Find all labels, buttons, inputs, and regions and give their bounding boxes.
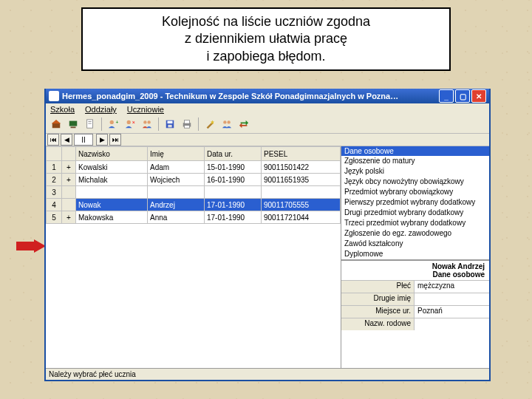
table-row[interactable]: 3 bbox=[47, 186, 341, 199]
nav-next-icon[interactable]: ▶ bbox=[96, 134, 108, 146]
category-item[interactable]: Język obcy nowożytny obowiązkowy bbox=[341, 177, 489, 187]
category-item[interactable]: Pierwszy przedmiot wybrany dodatkowy bbox=[341, 197, 489, 208]
category-item[interactable]: Zawód kształcony bbox=[341, 239, 489, 249]
category-item[interactable]: Zgłoszenie do matury bbox=[341, 156, 489, 166]
cell-pesel bbox=[262, 186, 341, 199]
nav-prev-icon[interactable]: ◀ bbox=[61, 134, 72, 146]
cell-pesel: 90011501422 bbox=[262, 161, 341, 174]
cell-imie: Wojciech bbox=[148, 174, 205, 186]
minimize-button[interactable]: _ bbox=[439, 89, 454, 103]
students-grid[interactable]: Nazwisko Imię Data ur. PESEL 1+KowalskiA… bbox=[46, 146, 341, 224]
cell-imie bbox=[148, 186, 205, 199]
callout-arrow-icon bbox=[16, 239, 46, 253]
category-header[interactable]: Dane osobowe bbox=[341, 146, 489, 156]
field-label: Płeć bbox=[341, 281, 415, 293]
tb-user-exchange-icon[interactable] bbox=[140, 117, 154, 132]
cell-pesel: 90011705555 bbox=[262, 199, 341, 211]
status-bar: Należy wybrać płeć ucznia bbox=[46, 368, 489, 380]
col-data[interactable]: Data ur. bbox=[205, 147, 262, 161]
menu-item-uczniowie[interactable]: Uczniowie bbox=[127, 105, 164, 114]
svg-rect-3 bbox=[69, 121, 78, 126]
cell-nazwisko: Makowska bbox=[76, 211, 148, 224]
tb-class-icon[interactable] bbox=[66, 117, 81, 132]
col-nazwisko[interactable]: Nazwisko bbox=[76, 147, 148, 161]
tb-save-icon[interactable] bbox=[163, 117, 177, 132]
category-item[interactable]: Drugi przedmiot wybrany dodatkowy bbox=[341, 208, 489, 218]
category-item[interactable]: Zgłoszenie do egz. zawodowego bbox=[341, 228, 489, 239]
tb-user-remove-icon[interactable]: × bbox=[123, 117, 137, 132]
row-number: 4 bbox=[47, 199, 62, 211]
svg-point-8 bbox=[110, 120, 114, 124]
field-row: Płećmężczyzna bbox=[341, 280, 489, 293]
table-row[interactable]: 1+KowalskiAdam15-01-199090011501422 bbox=[47, 161, 341, 174]
row-number: 2 bbox=[47, 174, 62, 186]
title-bar: Hermes_ponadgim_2009 - Technikum w Zespo… bbox=[46, 89, 489, 103]
cell-data bbox=[205, 186, 262, 199]
field-value[interactable] bbox=[415, 318, 489, 330]
col-imie[interactable]: Imię bbox=[148, 147, 205, 161]
svg-point-13 bbox=[147, 120, 150, 123]
col-pesel[interactable]: PESEL bbox=[262, 147, 341, 161]
svg-rect-1 bbox=[52, 123, 61, 128]
annotation-box: Kolejność na liście uczniów zgodna z dzi… bbox=[81, 7, 451, 71]
tb-group-icon[interactable] bbox=[219, 117, 234, 132]
students-pane: Nazwisko Imię Data ur. PESEL 1+KowalskiA… bbox=[46, 146, 341, 368]
maximize-button[interactable]: ▢ bbox=[455, 89, 470, 103]
cell-data: 17-01-1990 bbox=[205, 199, 262, 211]
cell-nazwisko: Michalak bbox=[76, 174, 148, 186]
svg-text:×: × bbox=[132, 120, 135, 125]
field-label: Nazw. rodowe bbox=[341, 318, 415, 330]
cell-pesel: 90011651935 bbox=[262, 174, 341, 186]
category-item[interactable]: Język polski bbox=[341, 166, 489, 177]
table-row[interactable]: 5+MakowskaAnna17-01-199090011721044 bbox=[47, 211, 341, 224]
cell-data: 17-01-1990 bbox=[205, 211, 262, 224]
tb-user-add-icon[interactable]: + bbox=[106, 117, 120, 132]
nav-first-icon[interactable]: ⏮ bbox=[47, 134, 59, 146]
cell-pesel: 90011721044 bbox=[262, 211, 341, 224]
svg-rect-15 bbox=[168, 121, 173, 124]
selected-section-name: Dane osobowe bbox=[346, 270, 485, 279]
tb-print-icon[interactable] bbox=[180, 117, 194, 132]
menu-item-szkola[interactable]: Szkoła bbox=[50, 105, 75, 114]
col-rownum[interactable] bbox=[47, 147, 62, 161]
content-area: Nazwisko Imię Data ur. PESEL 1+KowalskiA… bbox=[46, 146, 489, 368]
field-label: Miejsce ur. bbox=[341, 306, 415, 318]
cell-imie: Anna bbox=[148, 211, 205, 224]
table-row[interactable]: 4NowakAndrzej17-01-199090011705555 bbox=[47, 199, 341, 211]
field-label: Drugie imię bbox=[341, 293, 415, 305]
field-value[interactable]: Poznań bbox=[415, 306, 489, 318]
cell-data: 15-01-1990 bbox=[205, 161, 262, 174]
category-item[interactable]: Trzeci przedmiot wybrany dodatkowy bbox=[341, 218, 489, 228]
annotation-line: z dziennikiem ułatwia pracę bbox=[98, 30, 434, 47]
svg-text:+: + bbox=[116, 120, 119, 125]
svg-point-22 bbox=[227, 120, 230, 123]
class-nav: ⏮ ◀ II ▶ ⏭ bbox=[46, 134, 489, 146]
nav-last-icon[interactable]: ⏭ bbox=[109, 134, 121, 146]
cell-nazwisko: Kowalski bbox=[76, 161, 148, 174]
tb-school-icon[interactable] bbox=[49, 117, 64, 132]
detail-header: Nowak Andrzej Dane osobowe bbox=[341, 260, 489, 280]
table-row[interactable]: 2+MichalakWojciech16-01-199090011651935 bbox=[47, 174, 341, 186]
category-item[interactable]: Dyplomowe bbox=[341, 249, 489, 259]
menu-bar: Szkoła Oddziały Uczniowie bbox=[46, 103, 489, 115]
row-number: 5 bbox=[47, 211, 62, 224]
svg-point-12 bbox=[143, 120, 146, 123]
field-row: Drugie imię bbox=[341, 293, 489, 305]
class-indicator[interactable]: II bbox=[74, 134, 93, 146]
row-marker: + bbox=[62, 174, 76, 186]
menu-item-oddzialy[interactable]: Oddziały bbox=[85, 105, 117, 114]
tb-wizard-icon[interactable] bbox=[202, 117, 217, 132]
selected-student-name: Nowak Andrzej bbox=[346, 262, 485, 270]
detail-form: PłećmężczyznaDrugie imięMiejsce ur.Pozna… bbox=[341, 280, 489, 330]
field-value[interactable] bbox=[415, 293, 489, 305]
field-value[interactable]: mężczyzna bbox=[415, 281, 489, 293]
col-marker[interactable] bbox=[62, 147, 76, 161]
tb-document-icon[interactable] bbox=[83, 117, 98, 132]
row-marker: + bbox=[62, 161, 76, 174]
close-button[interactable]: ✕ bbox=[471, 89, 486, 103]
category-item[interactable]: Przedmiot wybrany obowiązkowy bbox=[341, 187, 489, 197]
cell-nazwisko bbox=[76, 186, 148, 199]
tb-swap-icon[interactable] bbox=[236, 117, 251, 132]
svg-marker-2 bbox=[52, 120, 61, 123]
cell-imie: Andrzej bbox=[148, 199, 205, 211]
